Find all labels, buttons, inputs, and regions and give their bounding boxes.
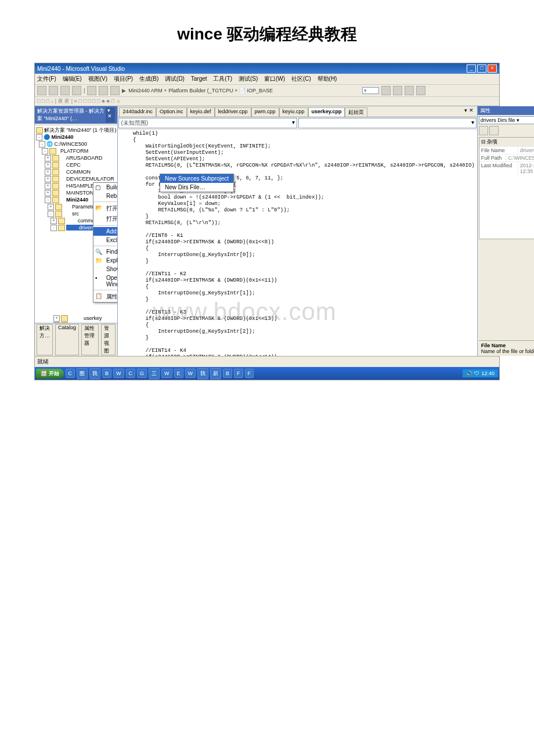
menu-test[interactable]: 测试(S) [239, 75, 258, 82]
left-bottom-tabs[interactable]: 解决方… Catalog 属性管理器 资源视图 [35, 323, 117, 356]
editor-tab[interactable]: Option.inc [156, 107, 187, 117]
context-menu[interactable]: ▢Build Rebuild 📂打开(O) 打开方式(N)… Add Exclu… [93, 182, 117, 303]
tab-close-icon[interactable]: ▾ ✕ [462, 107, 476, 117]
tray-icon[interactable]: 🔊 [466, 370, 472, 376]
editor-tab[interactable]: pwm.cpp [251, 107, 279, 117]
editor-scope-bar[interactable]: (未知范围)▾ ▾ [118, 117, 477, 129]
ctx-open-with[interactable]: 打开方式(N)… [93, 214, 117, 224]
ctx-open[interactable]: 📂打开(O) [93, 203, 117, 214]
editor-tab[interactable]: keyio.def [187, 107, 215, 117]
tab-catalog[interactable]: Catalog [55, 324, 79, 355]
taskbar-button[interactable]: C [126, 369, 136, 378]
maximize-button[interactable]: □ [477, 64, 486, 73]
toolbar-icon[interactable] [37, 86, 46, 95]
tree-node[interactable]: COMMON [60, 169, 91, 175]
prop-categorized-icon[interactable] [479, 126, 488, 135]
toolbar-icon[interactable] [110, 86, 120, 95]
prop-row[interactable]: Full PathC:\WINCE500\PLATF [479, 154, 534, 161]
ctx-properties[interactable]: 📋属性(R) [93, 291, 117, 302]
menu-window[interactable]: 窗口(W) [264, 75, 285, 82]
taskbar-button[interactable]: W [113, 369, 124, 378]
toolbar-secondary[interactable]: □ □ □ ↓ | 夜 夜 | ≡ □ □ □ □ □ ♣ ♣ □ ☼ [35, 97, 499, 106]
taskbar-button[interactable]: E [174, 369, 183, 378]
context-submenu[interactable]: New Sources Subproject New Dirs File… [160, 174, 234, 192]
menu-edit[interactable]: 编辑(E) [63, 75, 82, 82]
toolbar-icon[interactable] [416, 86, 425, 95]
tree-node[interactable]: CEPC [60, 162, 81, 168]
ctx-buildwin[interactable]: ▪Open Build Window [93, 273, 117, 289]
ctx-find[interactable]: 🔍Find in Files… [93, 247, 117, 256]
menu-project[interactable]: 项目(P) [114, 75, 133, 82]
taskbar-button[interactable]: 我 [197, 368, 208, 379]
submenu-new-dirs[interactable]: New Dirs File… [160, 183, 233, 192]
solution-tree[interactable]: 解决方案 "Mini2440" (1 个项目) 🔵 Mini2440 🌐 C:/… [35, 125, 117, 323]
toolbar-icon[interactable] [99, 86, 108, 95]
toolbar-icon[interactable] [49, 86, 58, 95]
editor-tab[interactable]: 起始页 [345, 107, 367, 117]
code-editor[interactable]: while(1) { WaitForSingleObject(KeyEvent,… [118, 129, 477, 356]
tray-clock[interactable]: 12:40 [481, 370, 495, 376]
toolbar-icon[interactable] [72, 86, 81, 95]
toolbar-main[interactable]: | ▶ Mini2440 ARM + Platform Builder (_TG… [35, 85, 499, 97]
editor-tab[interactable]: leddriver.cpp [215, 107, 251, 117]
tray-icon[interactable]: 🛡 [474, 370, 479, 376]
toolbar-icon[interactable] [87, 86, 96, 95]
close-button[interactable]: × [488, 64, 497, 73]
menu-build[interactable]: 生成(B) [139, 75, 158, 82]
taskbar-button[interactable]: B [223, 369, 232, 378]
tree-node[interactable]: src [63, 211, 79, 217]
scope-dropdown-left[interactable]: (未知范围)▾ [118, 118, 297, 128]
minimize-button[interactable]: _ [467, 64, 476, 73]
taskbar-button[interactable]: B [102, 369, 111, 378]
editor-tab[interactable]: keyio.cpp [279, 107, 308, 117]
taskbar-button[interactable]: C [66, 369, 75, 378]
tree-node[interactable]: ARUSABOARD [60, 155, 103, 161]
toolbar-icon[interactable] [381, 86, 391, 95]
menu-debug[interactable]: 调试(D) [165, 75, 185, 82]
editor-tabs[interactable]: 2440addr.inc Option.inc keyio.def leddri… [118, 106, 477, 117]
submenu-new-sources[interactable]: New Sources Subproject [160, 174, 233, 183]
taskbar-button[interactable]: W [185, 369, 196, 378]
tree-node[interactable]: DEVICEEMULATOR [60, 176, 114, 182]
tree-node[interactable]: userkey [69, 315, 102, 321]
tab-propmgr[interactable]: 属性管理器 [81, 324, 99, 355]
tab-resview[interactable]: 资源视图 [101, 324, 116, 355]
menu-help[interactable]: 帮助(H) [317, 75, 337, 82]
toolbar-icon[interactable] [393, 86, 402, 95]
ctx-add[interactable]: Add [93, 227, 117, 236]
menu-file[interactable]: 文件(F) [37, 75, 56, 82]
taskbar-button[interactable]: F [245, 369, 254, 378]
tree-node[interactable]: PLATFORM [57, 148, 88, 154]
tree-node[interactable]: C:/WINCE500 [55, 141, 88, 147]
tree-root[interactable]: 解决方案 "Mini2440" (1 个项目) [44, 127, 116, 133]
taskbar-button[interactable]: F [234, 369, 243, 378]
taskbar-button[interactable]: 三 [149, 368, 160, 379]
menu-bar[interactable]: 文件(F) 编辑(E) 视图(V) 项目(P) 生成(B) 调试(D) Targ… [35, 74, 499, 85]
properties-grid[interactable]: ⊟ 杂项 File Namedrivers Full PathC:\WINCE5… [479, 137, 534, 239]
prop-row[interactable]: File Namedrivers [479, 146, 534, 154]
ctx-rebuild[interactable]: Rebuild [93, 192, 117, 200]
system-tray[interactable]: 🔊 🛡 12:40 [463, 369, 498, 377]
toolbar-icon[interactable] [60, 86, 70, 95]
editor-tab[interactable]: 2440addr.inc [119, 107, 156, 117]
scope-dropdown-right[interactable]: ▾ [298, 118, 477, 128]
taskbar-button[interactable]: G [137, 369, 147, 378]
taskbar-button[interactable]: W [161, 369, 172, 378]
editor-tab-active[interactable]: userkey.cpp [308, 107, 345, 117]
ctx-build[interactable]: ▢Build [93, 183, 117, 192]
taskbar-button[interactable]: 新 [210, 368, 221, 379]
start-button[interactable]: 🪟 开始 [36, 369, 64, 379]
taskbar[interactable]: 🪟 开始 C 图 我 B W C G 三 W E W 我 新 B F F 🔊 🛡… [35, 367, 499, 380]
tree-node[interactable]: H4SAMPLE [60, 183, 94, 189]
tree-project[interactable]: Mini2440 [52, 134, 74, 140]
ctx-explore[interactable]: 📁Explore [93, 256, 117, 265]
menu-community[interactable]: 社区(C) [291, 75, 311, 82]
menu-target[interactable]: Target [191, 75, 207, 82]
tree-node[interactable]: wavedev [69, 322, 104, 323]
tree-node[interactable]: Mini2440 [60, 197, 88, 203]
prop-alpha-icon[interactable] [489, 126, 499, 135]
menu-tools[interactable]: 工具(T) [213, 75, 232, 82]
menu-view[interactable]: 视图(V) [88, 75, 107, 82]
toolbar-breadcrumb[interactable]: Mini2440 ARM + Platform Builder (_TGTCPU… [128, 88, 273, 93]
ctx-exclude[interactable]: Exclude from Build [93, 236, 117, 244]
